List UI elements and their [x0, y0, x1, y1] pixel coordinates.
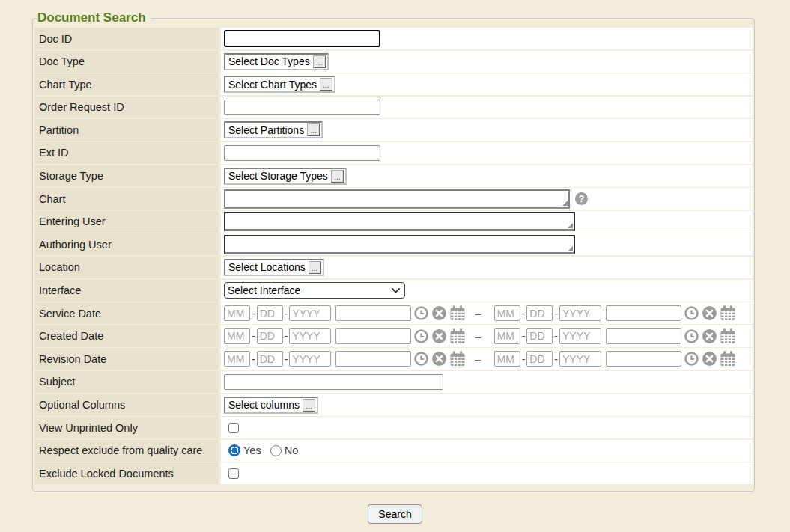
subject-input[interactable] — [224, 374, 443, 390]
calendar-icon[interactable] — [720, 328, 736, 344]
service-start-time-input[interactable] — [335, 305, 411, 321]
location-browse-button[interactable]: ... — [309, 261, 321, 274]
clear-icon[interactable] — [431, 328, 447, 344]
partition-browse-button[interactable]: ... — [307, 123, 320, 136]
resize-grip-icon[interactable] — [568, 223, 573, 228]
revision-start-time-input[interactable] — [335, 351, 411, 367]
clock-icon[interactable] — [413, 351, 429, 367]
revision-start-year-input[interactable] — [289, 351, 331, 367]
chart-type-label: Chart Type — [34, 73, 219, 95]
row-storage-type: Storage Type Select Storage Types ... — [34, 165, 753, 187]
resize-grip-icon[interactable] — [568, 246, 573, 251]
order-request-id-input[interactable] — [224, 100, 380, 115]
ext-id-input[interactable] — [224, 145, 380, 161]
service-date-label: Service Date — [34, 302, 219, 324]
row-order-request-id: Order Request ID — [34, 97, 753, 118]
view-unprinted-label: View Unprinted Only — [34, 417, 219, 438]
created-start-month-input[interactable] — [224, 328, 250, 344]
clock-icon[interactable] — [413, 305, 429, 321]
resize-grip-icon[interactable] — [562, 201, 568, 206]
storage-type-picker[interactable]: Select Storage Types ... — [224, 168, 347, 185]
calendar-icon[interactable] — [449, 305, 466, 321]
location-picker-text: Select Locations — [228, 261, 306, 273]
storage-type-picker-text: Select Storage Types — [228, 170, 328, 182]
created-start-year-input[interactable] — [289, 328, 331, 344]
doc-id-input[interactable] — [224, 30, 380, 47]
created-end-year-input[interactable] — [559, 328, 601, 344]
clock-icon[interactable] — [413, 328, 429, 344]
revision-start-month-input[interactable] — [224, 351, 250, 367]
service-start-day-input[interactable] — [257, 305, 283, 321]
clock-icon[interactable] — [684, 328, 699, 344]
doc-type-picker-text: Select Doc Types — [228, 55, 310, 67]
created-date-label: Created Date — [34, 325, 219, 347]
quality-care-yes-radio[interactable] — [228, 444, 240, 456]
entering-user-textarea[interactable] — [224, 212, 575, 231]
exclude-locked-checkbox[interactable] — [228, 468, 239, 479]
row-chart: Chart ? — [34, 188, 753, 210]
doc-type-browse-button[interactable]: ... — [313, 55, 326, 68]
clear-icon[interactable] — [702, 351, 717, 367]
revision-start-day-input[interactable] — [257, 351, 283, 367]
chart-label: Chart — [34, 188, 219, 210]
doc-type-label: Doc Type — [34, 51, 219, 73]
clear-icon[interactable] — [431, 305, 447, 321]
document-search-form: Document Search Doc ID Doc Type Select D… — [32, 10, 755, 492]
partition-picker[interactable]: Select Partitions ... — [224, 121, 323, 138]
row-partition: Partition Select Partitions ... — [34, 119, 753, 141]
doc-id-label: Doc ID — [34, 28, 219, 49]
revision-end-month-input[interactable] — [494, 351, 520, 367]
revision-end-time-input[interactable] — [606, 351, 681, 367]
calendar-icon[interactable] — [720, 351, 736, 367]
optional-columns-browse-button[interactable]: ... — [303, 399, 315, 412]
clock-icon[interactable] — [684, 305, 699, 321]
clear-icon[interactable] — [702, 328, 717, 344]
service-start-year-input[interactable] — [289, 305, 331, 321]
doc-type-picker[interactable]: Select Doc Types ... — [224, 53, 329, 70]
revision-end-year-input[interactable] — [559, 351, 601, 367]
revision-end-day-input[interactable] — [526, 351, 553, 367]
service-end-month-input[interactable] — [494, 305, 520, 321]
storage-type-label: Storage Type — [34, 165, 219, 187]
created-start-time-input[interactable] — [335, 328, 411, 344]
chart-textarea[interactable] — [224, 189, 570, 209]
created-start-day-input[interactable] — [257, 328, 283, 344]
partition-picker-text: Select Partitions — [228, 124, 304, 136]
clear-icon[interactable] — [702, 305, 717, 321]
chart-type-picker[interactable]: Select Chart Types ... — [224, 76, 335, 93]
search-button[interactable]: Search — [368, 504, 422, 524]
row-doc-type: Doc Type Select Doc Types ... — [34, 51, 753, 73]
row-optional-columns: Optional Columns Select columns ... — [34, 394, 753, 416]
page-title: Document Search — [36, 10, 151, 25]
interface-select[interactable]: Select Interface — [224, 282, 405, 299]
chart-type-browse-button[interactable]: ... — [320, 78, 332, 91]
service-end-time-input[interactable] — [606, 305, 681, 321]
quality-care-no-label: No — [285, 444, 299, 456]
help-icon[interactable]: ? — [575, 192, 588, 205]
form-actions: Search — [0, 504, 790, 524]
optional-columns-label: Optional Columns — [34, 394, 219, 416]
optional-columns-picker-text: Select columns — [228, 399, 300, 411]
clock-icon[interactable] — [684, 351, 699, 367]
location-picker[interactable]: Select Locations ... — [224, 259, 324, 276]
row-created-date: Created Date - - – - — [34, 325, 753, 347]
view-unprinted-checkbox[interactable] — [228, 423, 239, 433]
service-start-month-input[interactable] — [224, 305, 250, 321]
storage-type-browse-button[interactable]: ... — [331, 170, 344, 183]
created-end-month-input[interactable] — [494, 328, 520, 344]
optional-columns-picker[interactable]: Select columns ... — [224, 397, 318, 414]
calendar-icon[interactable] — [449, 328, 466, 344]
quality-care-no-radio[interactable] — [270, 445, 282, 456]
chart-type-picker-text: Select Chart Types — [228, 79, 317, 91]
service-end-year-input[interactable] — [559, 305, 601, 321]
authoring-user-textarea[interactable] — [224, 235, 575, 254]
created-end-time-input[interactable] — [606, 328, 681, 344]
created-end-day-input[interactable] — [526, 328, 553, 344]
row-interface: Interface Select Interface — [34, 280, 753, 302]
calendar-icon[interactable] — [720, 305, 736, 321]
service-end-day-input[interactable] — [526, 305, 553, 321]
row-exclude-locked: Exclude Locked Documents — [34, 462, 753, 484]
clear-icon[interactable] — [431, 351, 447, 367]
calendar-icon[interactable] — [449, 351, 466, 367]
row-location: Location Select Locations ... — [34, 257, 753, 278]
